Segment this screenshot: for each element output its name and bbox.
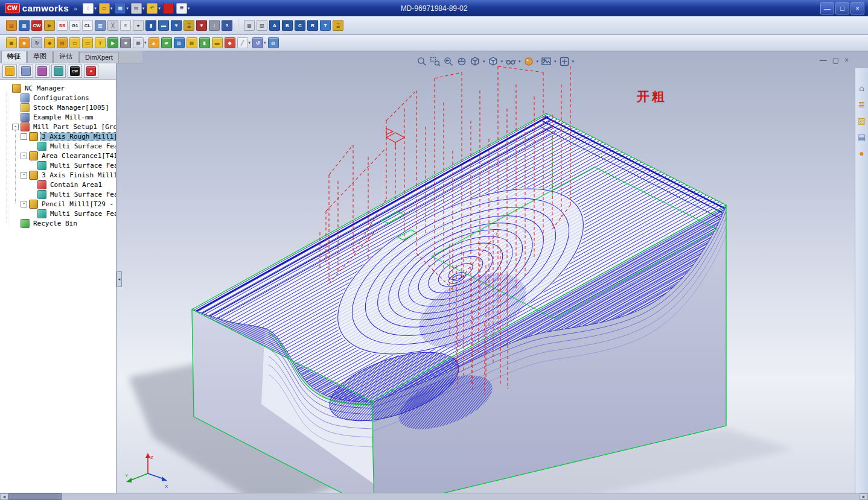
insert-pattern-button[interactable]: ≣ — [183, 19, 195, 31]
doc-minimize-button[interactable]: — — [820, 56, 827, 65]
tools-button-19[interactable]: ╱ ▾ — [237, 37, 252, 49]
expand-collapse-box[interactable]: - — [21, 201, 27, 207]
menu-expand-chevron[interactable]: » — [74, 5, 77, 12]
tree-item[interactable]: Multi Surface Featu — [0, 141, 116, 151]
dropdown-caret-icon[interactable]: ▾ — [519, 59, 521, 64]
save-cl-button[interactable]: B — [281, 19, 293, 31]
dropdown-caret-icon[interactable]: ▾ — [537, 59, 539, 64]
expand-collapse-box[interactable]: - — [12, 124, 19, 130]
insert-hole-operation-button[interactable]: ▼ — [170, 19, 182, 31]
cl-data-button[interactable]: CL — [81, 19, 94, 31]
tab-sketch[interactable]: 草图 — [27, 50, 53, 63]
dropdown-caret-icon[interactable]: ▾ — [126, 6, 129, 11]
tools-button-1[interactable]: ▣ — [5, 37, 18, 49]
dropdown-caret-icon[interactable]: ▾ — [572, 59, 575, 64]
machine-grid-button[interactable]: ▦ — [243, 19, 255, 31]
tools-button-14[interactable]: ▥ — [173, 37, 185, 49]
tree-item[interactable]: Configurations — [0, 93, 116, 103]
tab-dimxpert[interactable]: DimXpert — [79, 52, 119, 63]
close-button[interactable]: × — [850, 2, 864, 14]
tab-evaluate[interactable]: 评估 — [53, 50, 78, 63]
tools-button-17[interactable]: ▬ — [211, 37, 223, 49]
dropdown-caret-icon[interactable]: ▾ — [264, 40, 266, 45]
section-view-icon[interactable] — [456, 56, 467, 67]
insert-mill-setup-button[interactable]: ▮ — [145, 19, 157, 31]
tools-button-4[interactable]: ◆ — [43, 37, 56, 49]
tolerance-button[interactable]: ± — [132, 19, 144, 31]
simulate-toolpath-button[interactable]: ▶ — [43, 19, 56, 31]
maximize-button[interactable]: □ — [835, 2, 849, 14]
tools-button-5[interactable]: ▤ — [56, 37, 68, 49]
generate-operation-plan-button[interactable]: ▦ — [18, 19, 30, 31]
expand-collapse-box[interactable]: - — [21, 153, 27, 159]
tools-button-10[interactable]: ∗ — [120, 37, 132, 49]
tree-item[interactable]: Recycle Bin — [0, 218, 116, 228]
tools-button-16[interactable]: ▮ — [199, 37, 211, 49]
post-process-button[interactable]: G1 — [69, 19, 81, 31]
tools-button-12[interactable]: ▲ — [148, 37, 160, 49]
tools-button-3[interactable]: ↻ — [31, 37, 43, 49]
open-button[interactable]: ▭ ▾ — [98, 2, 113, 14]
design-library-icon[interactable]: ≣ — [858, 100, 866, 109]
configuration-manager-tab[interactable] — [51, 65, 66, 78]
camworks-options-button[interactable]: ▧ — [256, 19, 268, 31]
dropdown-caret-icon[interactable]: ▾ — [158, 6, 161, 11]
dropdown-caret-icon[interactable]: ▾ — [501, 59, 503, 64]
design-binder-button[interactable]: ≣ ▾ — [176, 2, 191, 14]
zoom-to-area-icon[interactable] — [430, 56, 441, 67]
doc-restore-button[interactable]: ▢ — [832, 56, 839, 65]
dropdown-caret-icon[interactable]: ▾ — [249, 40, 251, 45]
view-palette-icon[interactable]: ▤ — [858, 133, 866, 141]
rebuild-data-button[interactable]: A — [269, 19, 281, 31]
undo-button[interactable]: ↶ ▾ — [146, 2, 161, 14]
dropdown-caret-icon[interactable]: ▾ — [142, 6, 145, 11]
new-document-button[interactable]: ▯ ▾ — [82, 2, 97, 14]
probe-operation-button[interactable]: ▼ — [196, 19, 208, 31]
generate-toolpath-button[interactable]: CW — [31, 19, 43, 31]
zoom-to-fit-icon[interactable] — [416, 56, 427, 67]
compare-parts-button[interactable]: C — [294, 19, 306, 31]
file-explorer-icon[interactable]: ▨ — [858, 116, 866, 125]
display-style-icon[interactable] — [488, 56, 499, 67]
extract-machinable-features-button[interactable]: ▤ — [5, 19, 18, 31]
save-button[interactable]: ▦ ▾ — [114, 2, 129, 14]
move-operation-button[interactable]: ↓ — [208, 19, 220, 31]
solidworks-resources-icon[interactable]: ⌂ — [859, 84, 864, 92]
minimize-button[interactable]: — — [820, 2, 834, 14]
tools-button-7[interactable]: ▭ — [81, 37, 94, 49]
edit-appearance-icon[interactable] — [523, 56, 534, 67]
step-through-toolpath-button[interactable]: SS — [56, 19, 68, 31]
feature-manager-tab[interactable] — [19, 65, 33, 78]
panel-collapse-arrow[interactable]: ◂ — [116, 271, 122, 287]
note-button[interactable]: ≡ — [120, 19, 132, 31]
dropdown-caret-icon[interactable]: ▾ — [144, 40, 147, 45]
tree-item[interactable]: - Mill Part Setup1 [Group1] — [0, 122, 116, 131]
print-button[interactable]: ▤ ▾ — [130, 2, 145, 14]
horizontal-scrollbar[interactable]: ◄ ► — [0, 493, 868, 500]
view-settings-icon[interactable] — [559, 56, 570, 67]
scrollbar-track[interactable] — [62, 493, 860, 500]
apply-scene-icon[interactable] — [541, 56, 552, 67]
doc-close-button[interactable]: × — [844, 56, 849, 65]
zoom-previous-icon[interactable] — [443, 56, 454, 67]
macro-record-button[interactable]: ▮ — [162, 2, 174, 14]
tree-item[interactable]: Multi Surface Featu — [0, 189, 116, 199]
tool-crib-button[interactable]: T — [319, 19, 331, 31]
cut-button[interactable]: ╳ — [107, 19, 119, 31]
camworks-operation-tree-tab[interactable]: A — [84, 65, 98, 78]
tree-item[interactable]: - 3 Axis Rough Mill1[T42 — [0, 131, 116, 141]
dropdown-caret-icon[interactable]: ▾ — [188, 6, 190, 11]
dropdown-caret-icon[interactable]: ▾ — [94, 6, 97, 11]
camworks-help-button[interactable]: ? — [221, 19, 233, 31]
tools-button-6[interactable]: ▭ — [69, 37, 81, 49]
tree-item[interactable]: - Pencil Mill1[T29 - 2 B — [0, 199, 116, 209]
tools-button-8[interactable]: T — [94, 37, 106, 49]
tools-button-18[interactable]: ◆ — [224, 37, 236, 49]
dropdown-caret-icon[interactable]: ▾ — [554, 59, 557, 64]
hide-show-items-icon[interactable] — [505, 56, 516, 67]
tree-item[interactable]: Multi Surface Featu — [0, 160, 116, 170]
appearances-scenes-icon[interactable]: ● — [859, 149, 864, 157]
camworks-tree-tab[interactable]: CW — [68, 65, 82, 78]
scroll-left-button[interactable]: ◄ — [0, 493, 8, 500]
dropdown-caret-icon[interactable]: ▾ — [110, 6, 113, 11]
